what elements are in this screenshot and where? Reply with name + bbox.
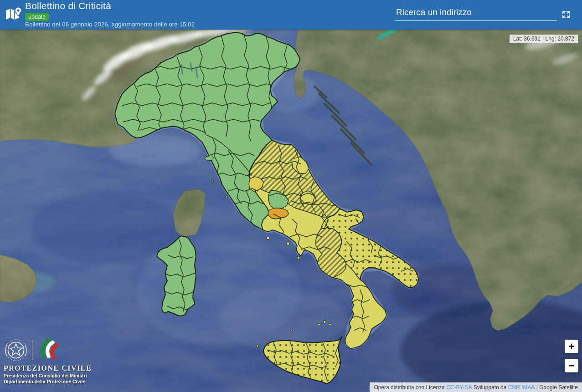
- italy-republic-emblem-icon: [4, 338, 28, 362]
- attribution-separator: |: [535, 384, 539, 391]
- map-pin-icon: [5, 6, 24, 23]
- logo-subtitle-2: Dipartimento della Protezione Civile: [4, 379, 108, 384]
- protezione-civile-logo: PROTEZIONE CIVILE Presidenza del Consigl…: [4, 338, 108, 384]
- logo-divider: [32, 340, 32, 360]
- attribution-bar: Opera distribuita con Licenza CC-BY-SA S…: [370, 382, 582, 392]
- app-window: Bollettino di Criticità update Bollettin…: [0, 0, 582, 392]
- app-header: Bollettino di Criticità update Bollettin…: [0, 0, 582, 30]
- address-search: [395, 7, 556, 21]
- tricolor-swoosh-icon: [36, 337, 62, 363]
- minus-icon: −: [568, 361, 574, 371]
- logo-title: PROTEZIONE CIVILE: [4, 364, 108, 372]
- license-link[interactable]: CC-BY-SA: [446, 384, 472, 391]
- zoom-out-button[interactable]: −: [565, 359, 578, 372]
- plus-icon: +: [568, 341, 574, 352]
- search-input[interactable]: [395, 7, 557, 21]
- logo-subtitle-1: Presidenza del Consiglio dei Ministri: [4, 373, 108, 378]
- page-title: Bollettino di Criticità: [25, 0, 111, 11]
- zoom-in-button[interactable]: +: [565, 340, 578, 353]
- attribution-middle: Sviluppato da: [472, 384, 508, 391]
- coords-readout: Lat: 36.631 - Lng: 20.872: [510, 35, 578, 43]
- basemap-label: Google Satellite: [539, 384, 578, 391]
- map-canvas[interactable]: [0, 0, 582, 392]
- fullscreen-button[interactable]: [561, 10, 571, 20]
- bulletin-subtitle: Bollettino del 06 gennaio 2026, aggiorna…: [25, 21, 195, 28]
- cnr-link[interactable]: CNR IMAA: [508, 384, 535, 391]
- attribution-prefix: Opera distribuita con Licenza: [374, 384, 446, 391]
- update-badge: update: [25, 13, 49, 21]
